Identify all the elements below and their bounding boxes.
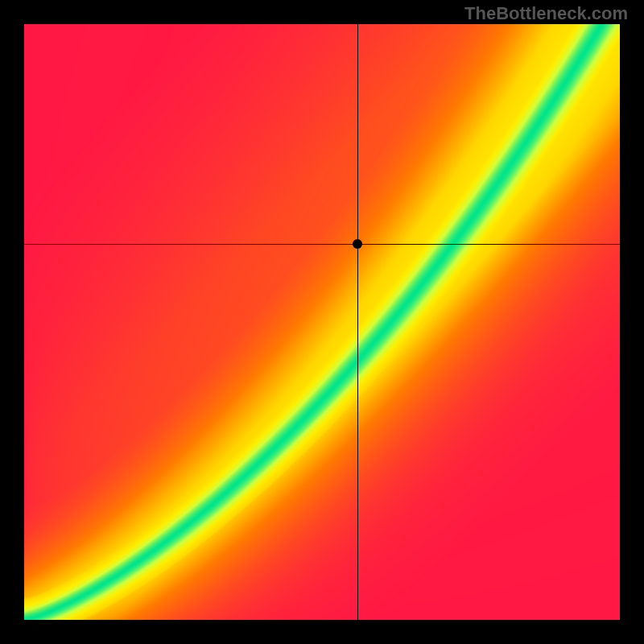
crosshair-vertical: [357, 24, 358, 620]
data-point-marker: [353, 239, 362, 249]
heatmap-canvas: [24, 24, 620, 620]
heatmap-plot: [24, 24, 620, 620]
watermark-text: TheBottleneck.com: [464, 3, 628, 24]
crosshair-horizontal: [24, 244, 620, 245]
